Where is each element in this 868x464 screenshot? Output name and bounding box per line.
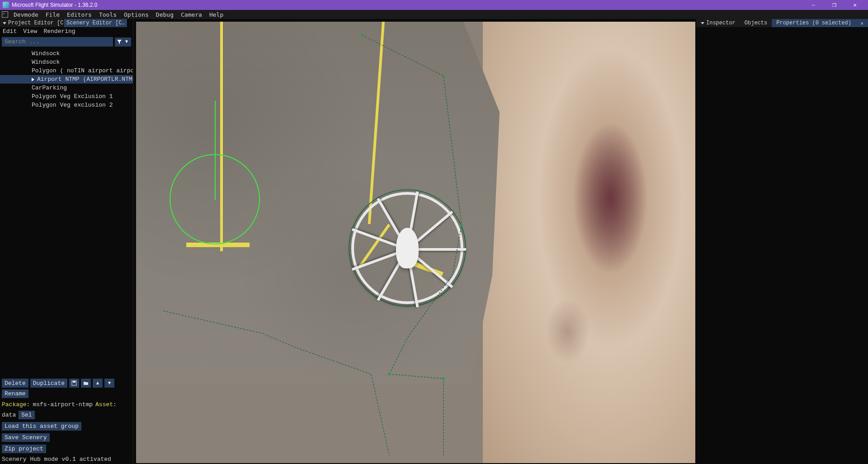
tab-objects[interactable]: Objects <box>740 19 772 27</box>
svg-rect-1 <box>73 381 75 383</box>
menu-camera[interactable]: Camera <box>177 10 206 19</box>
tab-label: Scenery Editor [C… <box>66 20 125 26</box>
play-icon <box>32 78 34 81</box>
dropdown-icon <box>3 22 6 24</box>
tree-item-polygon[interactable]: Polygon ( noTIN airport airportS <box>0 66 133 75</box>
load-asset-button[interactable]: Load this asset group <box>2 422 81 431</box>
menu-options[interactable]: Options <box>120 10 152 19</box>
tree-item-windsock[interactable]: Windsock <box>0 58 133 66</box>
window-controls: ─ ❐ ✕ <box>803 0 865 10</box>
minimize-button[interactable]: ─ <box>803 0 824 10</box>
tree-item-windsock[interactable]: Windsock <box>0 49 133 58</box>
tab-label: Project Editor [C… <box>8 20 64 26</box>
search-input[interactable] <box>2 37 113 47</box>
package-info: Package: msfs-airport-ntmp Asset: data S… <box>0 400 133 421</box>
menu-editors[interactable]: Editors <box>63 10 95 19</box>
tab-inspector[interactable]: Inspector <box>696 19 740 27</box>
folder-icon[interactable] <box>81 379 91 388</box>
tab-properties[interactable]: Properties (0 selected) ✕ <box>772 19 868 27</box>
tree-item-airport[interactable]: Airport NTMP (AIRPORTLR.NTMP.r <box>0 75 133 84</box>
maximize-button[interactable]: ❐ <box>824 0 844 10</box>
menu-help[interactable]: Help <box>206 10 227 19</box>
filter-dropdown-icon[interactable]: ▼ <box>123 38 130 46</box>
viewport-3d[interactable] <box>136 22 695 463</box>
tab-label: Properties (0 selected) <box>776 20 851 26</box>
zip-project-button[interactable]: Zip project <box>2 445 46 453</box>
rename-button[interactable]: Rename <box>2 389 28 398</box>
package-value: msfs-airport-ntmp <box>33 401 93 408</box>
menu-debug[interactable]: Debug <box>152 10 177 19</box>
submenu-view[interactable]: View <box>23 28 37 35</box>
search-buttons: ▼ <box>115 37 131 47</box>
tree-item-polygon-veg-1[interactable]: Polygon Veg Exclusion 1 <box>0 92 133 101</box>
hub-status: Scenery Hub mode v0.1 activated <box>2 456 111 463</box>
asset-value: data <box>2 412 16 418</box>
tree-item-polygon-veg-2[interactable]: Polygon Veg exclusion 2 <box>0 101 133 109</box>
asset-actions: Load this asset group Save Scenery <box>0 421 133 443</box>
tab-label: Objects <box>745 20 767 26</box>
helipad-marker <box>170 154 260 244</box>
terrain <box>483 22 695 463</box>
scenery-tree: Windsock Windsock Polygon ( noTIN airpor… <box>0 48 133 377</box>
left-tabs: Project Editor [C… Scenery Editor [C… ✕ <box>0 19 133 27</box>
submenu-rendering[interactable]: Rendering <box>43 28 75 35</box>
devmode-icon[interactable] <box>2 11 8 18</box>
right-tabs: Inspector Objects Properties (0 selected… <box>696 19 868 27</box>
select-button[interactable]: Sel <box>19 411 34 419</box>
tree-item-carparking[interactable]: CarParking <box>0 84 133 92</box>
close-button[interactable]: ✕ <box>844 0 865 10</box>
delete-button[interactable]: Delete <box>2 379 28 388</box>
viewport <box>133 19 696 464</box>
tab-scenery-editor[interactable]: Scenery Editor [C… ✕ <box>64 19 127 27</box>
search-row: ▼ <box>0 35 133 48</box>
tab-project-editor[interactable]: Project Editor [C… <box>0 19 64 27</box>
menu-file[interactable]: File <box>42 10 63 19</box>
up-arrow-icon[interactable]: ▲ <box>93 379 103 388</box>
filter-icon[interactable] <box>116 38 123 46</box>
package-label: Package: <box>2 401 30 408</box>
down-arrow-icon[interactable]: ▼ <box>104 379 114 388</box>
app-icon <box>3 2 9 8</box>
main-area: Project Editor [C… Scenery Editor [C… ✕ … <box>0 19 868 464</box>
save-icon[interactable] <box>69 379 79 388</box>
dropdown-icon <box>701 22 704 24</box>
submenu-edit[interactable]: Edit <box>3 28 17 35</box>
close-icon[interactable]: ✕ <box>860 20 863 26</box>
tab-label: Inspector <box>706 20 736 26</box>
menu-devmode[interactable]: Devmode <box>10 10 42 19</box>
menubar: Devmode File Editors Tools Options Debug… <box>0 10 868 19</box>
save-scenery-button[interactable]: Save Scenery <box>2 433 50 442</box>
menu-tools[interactable]: Tools <box>95 10 120 19</box>
project-actions: Zip project Scenery Hub mode v0.1 activa… <box>0 443 133 464</box>
titlebar: Microsoft Flight Simulator - 1.36.2.0 ─ … <box>0 0 868 10</box>
right-panel: Inspector Objects Properties (0 selected… <box>696 19 868 464</box>
asset-label: Asset: <box>95 401 117 408</box>
tree-item-label: Airport NTMP (AIRPORTLR.NTMP.r <box>37 76 133 83</box>
left-submenu: Edit View Rendering <box>0 27 133 35</box>
app-title: Microsoft Flight Simulator - 1.36.2.0 <box>12 2 803 8</box>
bottom-toolbar: Delete Duplicate ▲ ▼ Rename <box>0 377 133 400</box>
aircraft-volocopter <box>349 189 466 307</box>
left-panel: Project Editor [C… Scenery Editor [C… ✕ … <box>0 19 133 464</box>
duplicate-button[interactable]: Duplicate <box>30 379 67 388</box>
